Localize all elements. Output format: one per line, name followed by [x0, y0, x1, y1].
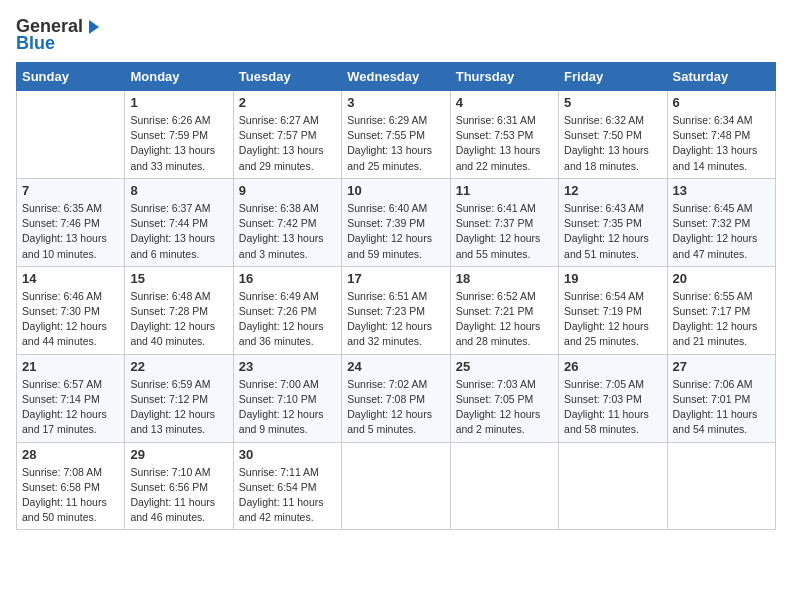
day-info: Sunrise: 6:52 AMSunset: 7:21 PMDaylight:… — [456, 289, 553, 350]
calendar-body: 1Sunrise: 6:26 AMSunset: 7:59 PMDaylight… — [17, 91, 776, 530]
weekday-monday: Monday — [125, 63, 233, 91]
calendar-cell — [17, 91, 125, 179]
calendar-cell: 10Sunrise: 6:40 AMSunset: 7:39 PMDayligh… — [342, 178, 450, 266]
calendar-cell: 22Sunrise: 6:59 AMSunset: 7:12 PMDayligh… — [125, 354, 233, 442]
week-row-3: 14Sunrise: 6:46 AMSunset: 7:30 PMDayligh… — [17, 266, 776, 354]
day-number: 8 — [130, 183, 227, 198]
day-info: Sunrise: 7:00 AMSunset: 7:10 PMDaylight:… — [239, 377, 336, 438]
day-number: 14 — [22, 271, 119, 286]
calendar-header: SundayMondayTuesdayWednesdayThursdayFrid… — [17, 63, 776, 91]
day-info: Sunrise: 6:46 AMSunset: 7:30 PMDaylight:… — [22, 289, 119, 350]
calendar-cell: 4Sunrise: 6:31 AMSunset: 7:53 PMDaylight… — [450, 91, 558, 179]
calendar-cell: 15Sunrise: 6:48 AMSunset: 7:28 PMDayligh… — [125, 266, 233, 354]
logo: General Blue — [16, 16, 103, 54]
day-number: 10 — [347, 183, 444, 198]
calendar-cell: 29Sunrise: 7:10 AMSunset: 6:56 PMDayligh… — [125, 442, 233, 530]
week-row-4: 21Sunrise: 6:57 AMSunset: 7:14 PMDayligh… — [17, 354, 776, 442]
day-info: Sunrise: 6:59 AMSunset: 7:12 PMDaylight:… — [130, 377, 227, 438]
calendar-cell — [667, 442, 775, 530]
day-number: 30 — [239, 447, 336, 462]
day-number: 26 — [564, 359, 661, 374]
day-info: Sunrise: 7:02 AMSunset: 7:08 PMDaylight:… — [347, 377, 444, 438]
day-number: 11 — [456, 183, 553, 198]
weekday-header-row: SundayMondayTuesdayWednesdayThursdayFrid… — [17, 63, 776, 91]
day-number: 20 — [673, 271, 770, 286]
calendar-cell: 16Sunrise: 6:49 AMSunset: 7:26 PMDayligh… — [233, 266, 341, 354]
day-info: Sunrise: 6:41 AMSunset: 7:37 PMDaylight:… — [456, 201, 553, 262]
day-number: 29 — [130, 447, 227, 462]
calendar-cell: 8Sunrise: 6:37 AMSunset: 7:44 PMDaylight… — [125, 178, 233, 266]
calendar-cell: 18Sunrise: 6:52 AMSunset: 7:21 PMDayligh… — [450, 266, 558, 354]
day-info: Sunrise: 6:48 AMSunset: 7:28 PMDaylight:… — [130, 289, 227, 350]
calendar-cell: 25Sunrise: 7:03 AMSunset: 7:05 PMDayligh… — [450, 354, 558, 442]
day-number: 1 — [130, 95, 227, 110]
calendar-cell: 28Sunrise: 7:08 AMSunset: 6:58 PMDayligh… — [17, 442, 125, 530]
day-number: 3 — [347, 95, 444, 110]
day-number: 15 — [130, 271, 227, 286]
day-number: 22 — [130, 359, 227, 374]
day-info: Sunrise: 6:31 AMSunset: 7:53 PMDaylight:… — [456, 113, 553, 174]
calendar-cell: 20Sunrise: 6:55 AMSunset: 7:17 PMDayligh… — [667, 266, 775, 354]
day-number: 16 — [239, 271, 336, 286]
day-info: Sunrise: 6:43 AMSunset: 7:35 PMDaylight:… — [564, 201, 661, 262]
calendar-table: SundayMondayTuesdayWednesdayThursdayFrid… — [16, 62, 776, 530]
calendar-cell — [559, 442, 667, 530]
day-number: 21 — [22, 359, 119, 374]
day-number: 27 — [673, 359, 770, 374]
day-info: Sunrise: 6:38 AMSunset: 7:42 PMDaylight:… — [239, 201, 336, 262]
calendar-cell — [450, 442, 558, 530]
calendar-cell: 24Sunrise: 7:02 AMSunset: 7:08 PMDayligh… — [342, 354, 450, 442]
svg-marker-0 — [89, 20, 99, 34]
day-info: Sunrise: 6:40 AMSunset: 7:39 PMDaylight:… — [347, 201, 444, 262]
day-info: Sunrise: 6:49 AMSunset: 7:26 PMDaylight:… — [239, 289, 336, 350]
week-row-1: 1Sunrise: 6:26 AMSunset: 7:59 PMDaylight… — [17, 91, 776, 179]
day-info: Sunrise: 7:03 AMSunset: 7:05 PMDaylight:… — [456, 377, 553, 438]
weekday-sunday: Sunday — [17, 63, 125, 91]
day-number: 24 — [347, 359, 444, 374]
calendar-cell — [342, 442, 450, 530]
day-info: Sunrise: 6:51 AMSunset: 7:23 PMDaylight:… — [347, 289, 444, 350]
logo-blue: Blue — [16, 33, 55, 54]
day-info: Sunrise: 6:57 AMSunset: 7:14 PMDaylight:… — [22, 377, 119, 438]
calendar-cell: 1Sunrise: 6:26 AMSunset: 7:59 PMDaylight… — [125, 91, 233, 179]
day-info: Sunrise: 6:34 AMSunset: 7:48 PMDaylight:… — [673, 113, 770, 174]
calendar-cell: 21Sunrise: 6:57 AMSunset: 7:14 PMDayligh… — [17, 354, 125, 442]
day-number: 13 — [673, 183, 770, 198]
calendar-cell: 23Sunrise: 7:00 AMSunset: 7:10 PMDayligh… — [233, 354, 341, 442]
weekday-wednesday: Wednesday — [342, 63, 450, 91]
day-info: Sunrise: 7:05 AMSunset: 7:03 PMDaylight:… — [564, 377, 661, 438]
day-info: Sunrise: 6:54 AMSunset: 7:19 PMDaylight:… — [564, 289, 661, 350]
calendar-cell: 19Sunrise: 6:54 AMSunset: 7:19 PMDayligh… — [559, 266, 667, 354]
day-info: Sunrise: 6:35 AMSunset: 7:46 PMDaylight:… — [22, 201, 119, 262]
calendar-cell: 9Sunrise: 6:38 AMSunset: 7:42 PMDaylight… — [233, 178, 341, 266]
day-number: 19 — [564, 271, 661, 286]
day-info: Sunrise: 6:55 AMSunset: 7:17 PMDaylight:… — [673, 289, 770, 350]
calendar-cell: 14Sunrise: 6:46 AMSunset: 7:30 PMDayligh… — [17, 266, 125, 354]
logo-arrow-icon — [85, 18, 103, 36]
day-info: Sunrise: 7:06 AMSunset: 7:01 PMDaylight:… — [673, 377, 770, 438]
day-info: Sunrise: 6:26 AMSunset: 7:59 PMDaylight:… — [130, 113, 227, 174]
day-info: Sunrise: 6:27 AMSunset: 7:57 PMDaylight:… — [239, 113, 336, 174]
week-row-5: 28Sunrise: 7:08 AMSunset: 6:58 PMDayligh… — [17, 442, 776, 530]
calendar-cell: 30Sunrise: 7:11 AMSunset: 6:54 PMDayligh… — [233, 442, 341, 530]
day-info: Sunrise: 6:45 AMSunset: 7:32 PMDaylight:… — [673, 201, 770, 262]
calendar-cell: 11Sunrise: 6:41 AMSunset: 7:37 PMDayligh… — [450, 178, 558, 266]
calendar-cell: 12Sunrise: 6:43 AMSunset: 7:35 PMDayligh… — [559, 178, 667, 266]
weekday-saturday: Saturday — [667, 63, 775, 91]
weekday-tuesday: Tuesday — [233, 63, 341, 91]
day-info: Sunrise: 6:37 AMSunset: 7:44 PMDaylight:… — [130, 201, 227, 262]
day-info: Sunrise: 6:32 AMSunset: 7:50 PMDaylight:… — [564, 113, 661, 174]
page-header: General Blue — [16, 16, 776, 54]
week-row-2: 7Sunrise: 6:35 AMSunset: 7:46 PMDaylight… — [17, 178, 776, 266]
day-number: 7 — [22, 183, 119, 198]
day-number: 18 — [456, 271, 553, 286]
calendar-cell: 2Sunrise: 6:27 AMSunset: 7:57 PMDaylight… — [233, 91, 341, 179]
calendar-cell: 27Sunrise: 7:06 AMSunset: 7:01 PMDayligh… — [667, 354, 775, 442]
calendar-cell: 26Sunrise: 7:05 AMSunset: 7:03 PMDayligh… — [559, 354, 667, 442]
day-number: 23 — [239, 359, 336, 374]
day-number: 6 — [673, 95, 770, 110]
calendar-cell: 3Sunrise: 6:29 AMSunset: 7:55 PMDaylight… — [342, 91, 450, 179]
day-number: 12 — [564, 183, 661, 198]
calendar-cell: 5Sunrise: 6:32 AMSunset: 7:50 PMDaylight… — [559, 91, 667, 179]
day-info: Sunrise: 7:11 AMSunset: 6:54 PMDaylight:… — [239, 465, 336, 526]
